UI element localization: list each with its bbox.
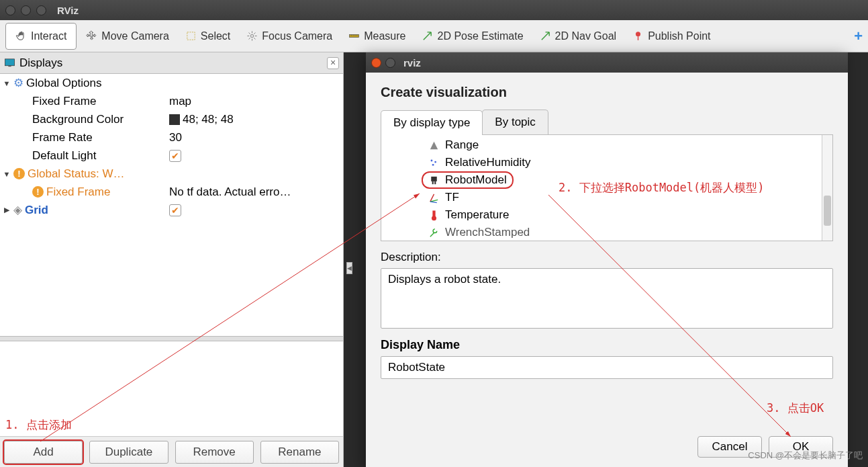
svg-rect-11	[434, 181, 436, 183]
displays-panel-header: Displays ×	[0, 52, 343, 74]
description-text: Displays a robot state.	[381, 268, 833, 329]
tab-by-topic[interactable]: By topic	[482, 110, 548, 134]
displays-panel: Displays × ⚙Global Options Fixed Frame m…	[0, 52, 344, 467]
warning-icon: !	[13, 168, 25, 179]
panel-button-row: Add Duplicate Remove Rename	[0, 436, 343, 467]
move-icon	[86, 30, 97, 42]
tool-publish-point-label: Publish Point	[648, 30, 710, 42]
window-minimize-icon[interactable]	[21, 5, 31, 15]
type-tf[interactable]: TF	[381, 189, 822, 206]
tool-focus-camera-label: Focus Camera	[262, 30, 332, 42]
display-name-label: Display Name	[381, 338, 833, 352]
panel-divider[interactable]	[0, 336, 343, 341]
arrow-green-icon	[422, 30, 433, 42]
range-icon	[428, 140, 440, 151]
rename-button[interactable]: Rename	[260, 441, 339, 464]
tool-move-camera[interactable]: Move Camera	[79, 26, 175, 46]
main-toolbar: Interact Move Camera Select Focus Camera…	[0, 20, 868, 52]
tree-fixed-frame-status[interactable]: !Fixed Frame No tf data. Actual erro…	[0, 183, 343, 201]
robot-icon	[428, 175, 440, 186]
add-button[interactable]: Add	[4, 441, 83, 464]
main-window: RViz Interact Move Camera Select Focus C…	[0, 0, 868, 467]
grid-icon: ◈	[13, 203, 22, 217]
pin-icon	[632, 30, 644, 42]
checkbox-checked-icon[interactable]: ✔	[169, 204, 181, 216]
tree-grid[interactable]: ◈Grid ✔	[0, 201, 343, 219]
type-wrenchstamped[interactable]: WrenchStamped	[381, 224, 822, 241]
type-range[interactable]: Range	[381, 136, 822, 154]
svg-rect-2	[350, 34, 359, 37]
tool-nav-goal[interactable]: 2D Nav Goal	[533, 26, 624, 46]
window-maximize-icon[interactable]	[36, 5, 46, 15]
svg-point-1	[251, 34, 254, 37]
select-icon	[185, 30, 197, 42]
tree-global-options[interactable]: ⚙Global Options	[0, 74, 343, 92]
dialog-tabs: By display type By topic	[381, 110, 833, 135]
tool-focus-camera[interactable]: Focus Camera	[240, 26, 339, 46]
focus-icon	[246, 30, 258, 42]
svg-point-7	[434, 161, 436, 163]
main-titlebar: RViz	[0, 0, 868, 20]
tool-measure-label: Measure	[364, 30, 405, 42]
dialog-heading: Create visualization	[381, 85, 833, 100]
arrow-green2-icon	[540, 30, 551, 42]
color-swatch-icon	[169, 114, 180, 125]
type-list-scrollbar[interactable]	[822, 135, 832, 241]
tool-pose-estimate-label: 2D Pose Estimate	[437, 30, 523, 42]
tree-fixed-frame[interactable]: Fixed Frame map	[0, 92, 343, 110]
tool-select-label: Select	[201, 30, 230, 42]
tab-by-display-type[interactable]: By display type	[381, 110, 483, 135]
remove-button[interactable]: Remove	[175, 441, 254, 464]
window-close-icon[interactable]	[5, 5, 15, 15]
tool-interact-label: Interact	[31, 30, 66, 42]
panel-collapse-handle[interactable]: ◀	[346, 262, 352, 274]
tool-pose-estimate[interactable]: 2D Pose Estimate	[415, 26, 530, 46]
tool-measure[interactable]: Measure	[342, 26, 412, 46]
tool-move-camera-label: Move Camera	[101, 30, 168, 42]
dialog-title: rviz	[403, 57, 421, 69]
tree-bg-color[interactable]: Background Color 48; 48; 48	[0, 110, 343, 128]
dialog-close-icon[interactable]	[371, 58, 381, 68]
dialog-titlebar: rviz	[366, 52, 848, 73]
display-name-input[interactable]	[381, 356, 833, 379]
hand-icon	[15, 30, 27, 42]
dialog-minimize-icon[interactable]	[385, 58, 395, 68]
svg-point-6	[431, 159, 433, 161]
svg-point-8	[432, 163, 434, 165]
tf-icon	[428, 192, 440, 204]
svg-rect-5	[8, 66, 11, 67]
svg-rect-0	[187, 32, 195, 40]
svg-rect-4	[5, 59, 14, 66]
type-temperature[interactable]: Temperature	[381, 206, 822, 224]
display-type-list: Range RelativeHumidity RobotModel TF	[381, 135, 833, 241]
watermark: CSDN @不会是要长脑子了吧	[748, 450, 863, 462]
tool-interact[interactable]: Interact	[5, 23, 77, 50]
svg-rect-10	[432, 181, 434, 183]
tree-global-status[interactable]: !Global Status: W…	[0, 165, 343, 183]
type-robotmodel[interactable]: RobotModel	[422, 171, 514, 189]
svg-point-13	[432, 216, 436, 220]
tree-frame-rate[interactable]: Frame Rate 30	[0, 128, 343, 146]
create-visualization-dialog: rviz Create visualization By display typ…	[366, 52, 848, 467]
description-label: Description:	[381, 251, 833, 264]
panel-close-icon[interactable]: ×	[327, 57, 339, 69]
svg-rect-9	[431, 176, 437, 181]
displays-tree[interactable]: ⚙Global Options Fixed Frame map Backgrou…	[0, 74, 343, 336]
panel-description-area	[0, 341, 343, 436]
add-tool-icon[interactable]: +	[854, 28, 863, 45]
duplicate-button[interactable]: Duplicate	[89, 441, 168, 464]
display-icon	[4, 57, 15, 69]
tool-publish-point[interactable]: Publish Point	[626, 26, 717, 46]
wrench-icon	[428, 227, 440, 239]
checkbox-checked-icon[interactable]: ✔	[169, 150, 181, 162]
svg-point-3	[636, 32, 640, 36]
tool-select[interactable]: Select	[179, 26, 237, 46]
temperature-icon	[428, 210, 440, 221]
type-relativehumidity[interactable]: RelativeHumidity	[381, 154, 822, 171]
warning-icon: !	[32, 186, 44, 198]
ruler-icon	[348, 30, 360, 42]
tree-default-light[interactable]: Default Light ✔	[0, 146, 343, 165]
displays-panel-title: Displays	[19, 56, 62, 70]
humidity-icon	[428, 157, 440, 169]
window-title: RViz	[57, 5, 79, 16]
